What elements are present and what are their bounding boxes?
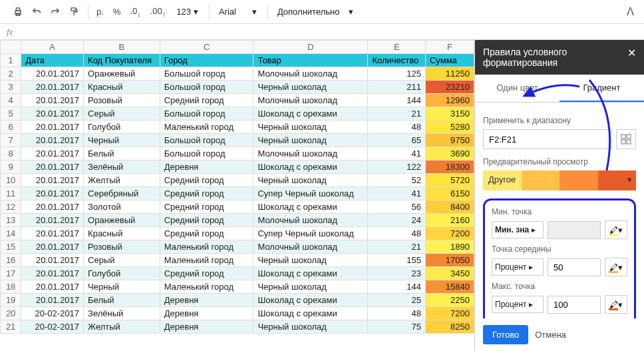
cell[interactable]: 122 — [368, 161, 426, 174]
cell[interactable]: 65 — [368, 134, 426, 147]
row-header[interactable]: 16 — [1, 254, 21, 267]
cell[interactable]: Средний город — [160, 214, 253, 227]
cell[interactable]: 1890 — [425, 240, 474, 254]
maxpoint-color-button[interactable]: 🖍▾ — [605, 295, 627, 314]
row-header[interactable]: 14 — [1, 227, 21, 240]
cell[interactable]: Молочный шоколад — [253, 94, 368, 107]
row-header[interactable]: 18 — [1, 280, 21, 294]
cell[interactable]: Черный шоколад — [253, 81, 368, 94]
cell[interactable]: Большой город — [160, 67, 253, 81]
cell[interactable]: 41 — [368, 187, 426, 200]
cell[interactable]: Шоколад с орехами — [253, 307, 368, 320]
cell[interactable]: 24 — [368, 214, 426, 227]
cell[interactable]: 20.01.2017 — [21, 267, 84, 280]
cell[interactable]: 20.01.2017 — [21, 67, 84, 81]
cell[interactable]: Серый — [84, 254, 160, 267]
cell[interactable]: Белый — [84, 294, 160, 307]
cell[interactable]: Супер Черный шоколад — [253, 187, 368, 200]
row-header[interactable]: 13 — [1, 214, 21, 227]
cell[interactable]: 7200 — [425, 227, 474, 240]
number-format-dropdown[interactable]: 123 ▾ — [171, 7, 204, 17]
column-header[interactable]: D — [253, 41, 368, 54]
cell[interactable]: 20.01.2017 — [21, 280, 84, 294]
minpoint-type-select[interactable]: Мин. зна ▸ — [492, 221, 544, 238]
cell[interactable]: Средний город — [160, 187, 253, 200]
cell[interactable]: Шоколад с орехами — [253, 267, 368, 280]
cell[interactable]: Шоколад с орехами — [253, 161, 368, 174]
cell[interactable]: 15840 — [425, 280, 474, 294]
cell[interactable]: Голубой — [84, 267, 160, 280]
cell[interactable]: Розовый — [84, 94, 160, 107]
cell[interactable]: Молочный шоколад — [253, 214, 368, 227]
row-header[interactable]: 2 — [1, 67, 21, 81]
cell[interactable]: Большой город — [160, 134, 253, 147]
row-header[interactable]: 3 — [1, 81, 21, 94]
print-icon[interactable] — [9, 3, 27, 21]
row-header[interactable]: 8 — [1, 147, 21, 161]
cell[interactable]: Маленький город — [160, 240, 253, 254]
collapse-toolbar-icon[interactable]: ᐱ — [621, 3, 639, 21]
cell[interactable]: Большой город — [160, 107, 253, 121]
cell[interactable]: 20.01.2017 — [21, 187, 84, 200]
cell[interactable]: Черный шоколад — [253, 134, 368, 147]
cell[interactable]: Маленький город — [160, 280, 253, 294]
cell[interactable]: 144 — [368, 94, 426, 107]
midpoint-type-select[interactable]: Процент ▸ — [492, 258, 544, 276]
cell[interactable]: 6150 — [425, 187, 474, 200]
cell[interactable]: Шоколад с орехами — [253, 107, 368, 121]
cell[interactable]: 8250 — [425, 320, 474, 334]
cell[interactable]: 17050 — [425, 254, 474, 267]
cell[interactable]: Молочный шоколад — [253, 67, 368, 81]
paint-format-icon[interactable] — [65, 3, 82, 21]
cell[interactable]: Золотой — [84, 200, 160, 214]
font-dropdown[interactable]: Arial ▾ — [214, 7, 262, 17]
cell[interactable]: 20.01.2017 — [21, 94, 84, 107]
cell[interactable]: 48 — [368, 121, 426, 134]
cell[interactable]: 2160 — [425, 214, 474, 227]
range-input[interactable] — [483, 129, 612, 149]
cell[interactable]: 3150 — [425, 107, 474, 121]
cell[interactable]: Черный шоколад — [253, 121, 368, 134]
cell[interactable]: 20.01.2017 — [21, 174, 84, 187]
cell[interactable]: 18300 — [425, 161, 474, 174]
row-header[interactable]: 21 — [1, 320, 21, 334]
cell[interactable]: 56 — [368, 200, 426, 214]
cell[interactable]: Красный — [84, 81, 160, 94]
cell[interactable]: Розовый — [84, 240, 160, 254]
done-button[interactable]: Готово — [483, 325, 528, 344]
cell[interactable]: 20-02-2017 — [21, 320, 84, 334]
row-header[interactable]: 12 — [1, 200, 21, 214]
row-header[interactable]: 11 — [1, 187, 21, 200]
currency-format-button[interactable]: р. — [92, 7, 108, 17]
header-cell[interactable]: Сумма — [425, 54, 474, 67]
cell[interactable]: 5720 — [425, 174, 474, 187]
cell[interactable]: 48 — [368, 227, 426, 240]
spreadsheet-grid[interactable]: ABCDEF1ДатаКод ПокупателяГородТоварКолич… — [0, 40, 474, 351]
cell[interactable]: 211 — [368, 81, 426, 94]
column-header[interactable]: A — [21, 41, 84, 54]
row-header[interactable]: 7 — [1, 134, 21, 147]
cell[interactable]: Серый — [84, 107, 160, 121]
cell[interactable]: Средний город — [160, 227, 253, 240]
column-header[interactable]: B — [84, 41, 160, 54]
cell[interactable]: 8400 — [425, 200, 474, 214]
cell[interactable]: Деревня — [160, 320, 253, 334]
cell[interactable]: 20.01.2017 — [21, 81, 84, 94]
row-header[interactable]: 9 — [1, 161, 21, 174]
cell[interactable]: 20.01.2017 — [21, 107, 84, 121]
cell[interactable]: 25 — [368, 294, 426, 307]
cell[interactable]: 20.01.2017 — [21, 147, 84, 161]
row-header[interactable]: 4 — [1, 94, 21, 107]
cell[interactable]: 9750 — [425, 134, 474, 147]
cell[interactable]: Большой город — [160, 147, 253, 161]
gradient-preview[interactable]: Другое ▾ — [483, 171, 636, 190]
minpoint-color-button[interactable]: 🖍▾ — [605, 220, 627, 239]
cancel-button[interactable]: Отмена — [535, 330, 566, 340]
cell[interactable]: 12960 — [425, 94, 474, 107]
cell[interactable]: Зелёный — [84, 307, 160, 320]
column-header[interactable]: C — [160, 41, 253, 54]
cell[interactable]: 144 — [368, 280, 426, 294]
undo-icon[interactable] — [28, 3, 45, 21]
midpoint-color-button[interactable]: 🖍▾ — [605, 258, 627, 276]
cell[interactable]: Деревня — [160, 161, 253, 174]
